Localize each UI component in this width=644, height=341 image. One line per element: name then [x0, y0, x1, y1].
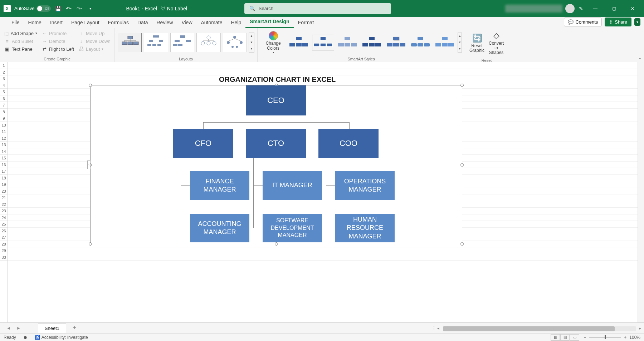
convert-button[interactable]: ◇Convert to Shapes — [487, 30, 505, 57]
row-header[interactable]: 23 — [0, 208, 8, 214]
autosave-toggle[interactable]: AutoSave Off — [14, 5, 51, 12]
hscroll-left[interactable]: ◄ — [436, 326, 440, 330]
add-shape-button[interactable]: ⬚Add Shape ▾ — [3, 30, 39, 37]
zoom-in[interactable]: + — [624, 335, 626, 340]
hscroll-right[interactable]: ► — [638, 326, 642, 330]
row-header[interactable]: 2 — [0, 69, 8, 76]
tab-help[interactable]: Help — [226, 17, 245, 28]
tab-page-layout[interactable]: Page Layout — [67, 17, 104, 28]
tab-automate[interactable]: Automate — [197, 17, 227, 28]
row-header[interactable]: 15 — [0, 155, 8, 162]
sheet-nav-prev[interactable]: ◄ — [4, 326, 14, 331]
style-5[interactable] — [385, 35, 407, 50]
macro-record-icon[interactable]: ⏺ — [23, 335, 28, 340]
text-pane-button[interactable]: ▣Text Pane — [3, 45, 39, 53]
resize-handle[interactable] — [460, 84, 464, 87]
tab-smartart-design[interactable]: SmartArt Design — [245, 16, 293, 28]
row-header[interactable]: 28 — [0, 241, 8, 248]
hscroll-thumb[interactable] — [443, 326, 615, 331]
row-header[interactable]: 26 — [0, 228, 8, 234]
text-pane-toggle[interactable]: ‹ — [87, 160, 91, 169]
tab-view[interactable]: View — [177, 17, 196, 28]
row-header[interactable]: 6 — [0, 95, 8, 102]
change-colors-button[interactable]: Change Colors▾ — [260, 30, 286, 55]
ribbon-collapse-icon[interactable]: ⌄ — [638, 55, 642, 60]
org-node-operations[interactable]: OPERATIONS MANAGER — [335, 171, 395, 200]
org-node-cfo[interactable]: CFO — [173, 129, 233, 158]
search-box[interactable]: 🔍 Search — [244, 3, 391, 14]
layout-option-5[interactable] — [223, 33, 247, 52]
qat-customize-icon[interactable]: ▾ — [87, 5, 94, 12]
row-header[interactable]: 29 — [0, 247, 8, 254]
layout-option-2[interactable] — [144, 33, 168, 52]
row-header[interactable]: 25 — [0, 221, 8, 228]
row-header[interactable]: 12 — [0, 135, 8, 142]
tab-file[interactable]: File — [7, 17, 24, 28]
tab-review[interactable]: Review — [152, 17, 177, 28]
row-header[interactable]: 9 — [0, 115, 8, 122]
org-node-accounting[interactable]: ACCOUNTING MANAGER — [190, 214, 249, 242]
undo-icon[interactable]: ↶▾ — [65, 5, 72, 12]
rtl-button[interactable]: ⇄Right to Left — [40, 45, 75, 53]
layout-option-4[interactable] — [196, 33, 220, 52]
resize-handle[interactable] — [89, 242, 92, 246]
row-header[interactable]: 18 — [0, 175, 8, 182]
row-header[interactable]: 5 — [0, 89, 8, 95]
user-avatar[interactable] — [565, 4, 575, 13]
row-header[interactable]: 8 — [0, 109, 8, 115]
sensitivity-label[interactable]: 🛡No Label — [161, 6, 187, 11]
resize-handle[interactable] — [460, 242, 464, 246]
reset-graphic-button[interactable]: 🔄Reset Graphic — [468, 30, 486, 57]
org-node-software[interactable]: SOFTWARE DEVELOPMENT MANAGER — [263, 214, 322, 242]
view-page-layout[interactable]: ▤ — [560, 334, 570, 341]
tab-format[interactable]: Format — [294, 17, 318, 28]
share-dropdown[interactable]: ▾ — [634, 18, 640, 26]
org-node-it[interactable]: IT MANAGER — [263, 171, 322, 200]
org-node-ceo[interactable]: CEO — [246, 85, 306, 115]
zoom-slider[interactable] — [589, 337, 621, 338]
zoom-out[interactable]: − — [584, 335, 586, 340]
add-sheet-button[interactable]: + — [73, 324, 77, 332]
resize-handle[interactable] — [89, 84, 92, 87]
tab-home[interactable]: Home — [24, 17, 46, 28]
maximize-button[interactable]: ▢ — [606, 3, 622, 14]
style-4[interactable] — [361, 35, 383, 50]
style-6[interactable] — [409, 35, 431, 50]
view-page-break[interactable]: ▭ — [570, 334, 579, 341]
horizontal-scrollbar[interactable] — [443, 326, 636, 331]
smartart-object[interactable]: ‹ CEO CFO CTO COO FINANCE MANAGER IT MAN… — [90, 85, 462, 244]
zoom-level[interactable]: 100% — [629, 335, 640, 340]
layout-option-1[interactable] — [118, 33, 142, 52]
row-header[interactable]: 10 — [0, 122, 8, 129]
row-header[interactable]: 14 — [0, 148, 8, 155]
style-1[interactable] — [288, 35, 310, 50]
minimize-button[interactable]: — — [587, 3, 603, 14]
row-header[interactable]: 7 — [0, 102, 8, 109]
row-header[interactable]: 4 — [0, 82, 8, 89]
row-header[interactable]: 22 — [0, 201, 8, 208]
layout-option-3[interactable] — [170, 33, 194, 52]
close-button[interactable]: ✕ — [625, 3, 640, 14]
vertical-scrollbar[interactable] — [638, 62, 644, 322]
style-3[interactable] — [336, 35, 358, 50]
resize-handle[interactable] — [275, 242, 278, 246]
row-header[interactable]: 24 — [0, 214, 8, 221]
tab-data[interactable]: Data — [133, 17, 152, 28]
worksheet-grid[interactable]: 12 34 56 78 910 1112 1314 1516 1718 1920… — [0, 62, 644, 322]
share-button[interactable]: ⇪Share — [605, 18, 631, 26]
org-node-coo[interactable]: COO — [318, 129, 379, 158]
view-normal[interactable]: ▦ — [551, 334, 560, 341]
row-header[interactable]: 27 — [0, 234, 8, 241]
sheet-tab[interactable]: Sheet1 — [38, 323, 66, 333]
row-header[interactable]: 30 — [0, 254, 8, 261]
styles-gallery-spin[interactable]: ▲▼▾ — [458, 33, 462, 53]
layouts-gallery-spin[interactable]: ▲▼▾ — [249, 33, 254, 53]
style-7[interactable] — [434, 35, 456, 50]
sheet-options-icon[interactable]: ⋮ — [431, 325, 436, 331]
sheet-nav-next[interactable]: ► — [14, 326, 24, 331]
org-node-cto[interactable]: CTO — [246, 129, 306, 158]
row-header[interactable]: 19 — [0, 181, 8, 188]
row-header[interactable]: 16 — [0, 162, 8, 168]
row-header[interactable]: 21 — [0, 194, 8, 201]
org-node-finance[interactable]: FINANCE MANAGER — [190, 171, 249, 200]
